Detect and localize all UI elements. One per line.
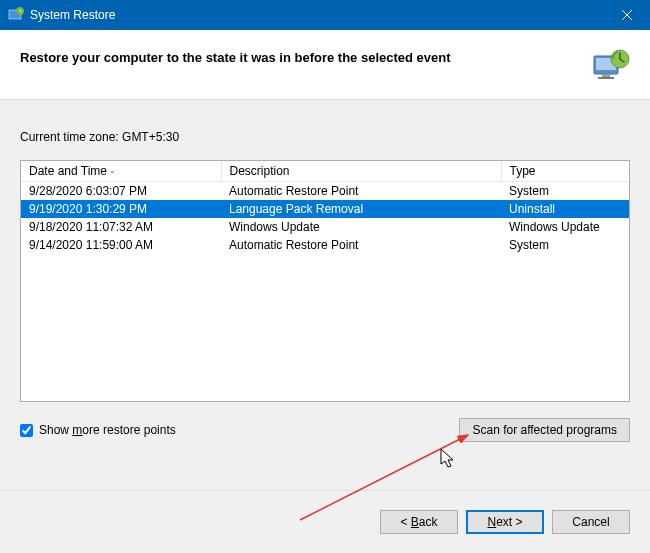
table-row[interactable]: 9/28/2020 6:03:07 PMAutomatic Restore Po… — [21, 182, 629, 201]
restore-points-table: Date and Time⌄ Description Type 9/28/202… — [20, 160, 630, 402]
table-row[interactable]: 9/19/2020 1:30:29 PMLanguage Pack Remova… — [21, 200, 629, 218]
svg-rect-5 — [598, 77, 614, 79]
header-section: Restore your computer to the state it wa… — [0, 30, 650, 100]
table-cell: Windows Update — [501, 218, 629, 236]
table-cell: System — [501, 182, 629, 201]
timezone-label: Current time zone: GMT+5:30 — [20, 130, 630, 144]
close-button[interactable] — [604, 0, 650, 30]
table-cell: Automatic Restore Point — [221, 182, 501, 201]
table-cell: System — [501, 236, 629, 254]
table-cell: Automatic Restore Point — [221, 236, 501, 254]
table-cell: 9/14/2020 11:59:00 AM — [21, 236, 221, 254]
column-header-description[interactable]: Description — [221, 161, 501, 182]
content-area: Current time zone: GMT+5:30 Date and Tim… — [0, 100, 650, 490]
page-heading: Restore your computer to the state it wa… — [20, 46, 451, 65]
next-button[interactable]: Next > — [466, 510, 544, 534]
table-cell: 9/28/2020 6:03:07 PM — [21, 182, 221, 201]
system-restore-icon — [8, 7, 24, 23]
table-cell: 9/19/2020 1:30:29 PM — [21, 200, 221, 218]
table-cell: Language Pack Removal — [221, 200, 501, 218]
footer: < Back Next > Cancel — [0, 490, 650, 553]
options-row: Show more restore points Scan for affect… — [20, 418, 630, 442]
table-cell: Windows Update — [221, 218, 501, 236]
table-cell: Uninstall — [501, 200, 629, 218]
show-more-checkbox[interactable] — [20, 424, 33, 437]
column-header-type[interactable]: Type — [501, 161, 629, 182]
window-title: System Restore — [30, 8, 604, 22]
table-cell: 9/18/2020 11:07:32 AM — [21, 218, 221, 236]
restore-wizard-icon — [590, 46, 630, 86]
titlebar: System Restore — [0, 0, 650, 30]
svg-rect-4 — [602, 74, 610, 77]
close-icon — [622, 10, 632, 20]
scan-affected-programs-button[interactable]: Scan for affected programs — [459, 418, 630, 442]
column-header-date[interactable]: Date and Time⌄ — [21, 161, 221, 182]
cancel-button[interactable]: Cancel — [552, 510, 630, 534]
table-row[interactable]: 9/18/2020 11:07:32 AMWindows UpdateWindo… — [21, 218, 629, 236]
show-more-checkbox-wrap: Show more restore points — [20, 423, 176, 437]
table-row[interactable]: 9/14/2020 11:59:00 AMAutomatic Restore P… — [21, 236, 629, 254]
sort-descending-icon: ⌄ — [109, 166, 116, 175]
back-button[interactable]: < Back — [380, 510, 458, 534]
show-more-label[interactable]: Show more restore points — [39, 423, 176, 437]
